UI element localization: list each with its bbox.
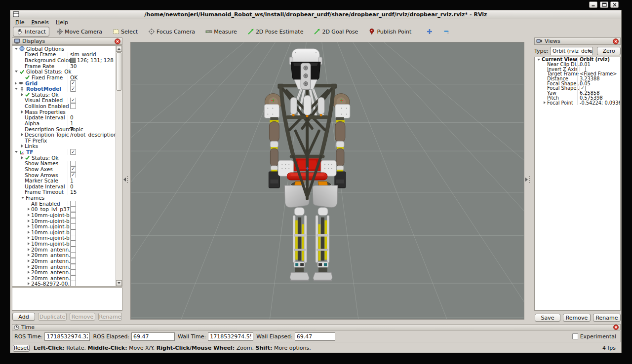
tree-row-background-color[interactable]: Background Color126; 131; 128 <box>12 57 116 63</box>
expander-closed-icon[interactable] <box>28 242 30 245</box>
checkbox[interactable] <box>70 103 76 109</box>
tree-row-fixed-frame[interactable]: Fixed Framesim_world <box>12 52 116 58</box>
checkbox[interactable] <box>70 80 76 86</box>
add-button[interactable]: Add <box>12 313 35 321</box>
time-panel-header[interactable]: Time <box>12 324 621 330</box>
remove-button[interactable]: Remove <box>70 313 95 321</box>
checkbox[interactable] <box>70 166 76 172</box>
checkbox[interactable] <box>70 235 76 241</box>
experimental-checkbox[interactable] <box>572 333 578 339</box>
checkbox[interactable] <box>70 149 76 155</box>
checkbox[interactable] <box>70 258 76 264</box>
scroll-up-icon[interactable] <box>116 46 122 52</box>
menu-panels[interactable]: Panels <box>28 19 52 26</box>
tool-2d-goal-pose[interactable]: 2D Goal Pose <box>310 27 361 36</box>
expander-closed-icon[interactable] <box>28 282 30 285</box>
expander-closed-icon[interactable] <box>28 248 30 251</box>
tree-row-245-82972-00[interactable]: 245-82972-00... <box>12 281 116 287</box>
expander-closed-icon[interactable] <box>21 93 23 96</box>
expander-closed-icon[interactable] <box>28 214 30 217</box>
tree-row-20mm-antenn[interactable]: 20mm_antenn... <box>12 247 116 253</box>
tool-publish-point[interactable]: Publish Point <box>365 27 415 36</box>
checkbox[interactable] <box>70 241 76 247</box>
checkbox[interactable] <box>70 86 76 92</box>
tree-row-00-top-lvl-p37[interactable]: 00_top_lvl_p37... <box>12 207 116 213</box>
tree-row-10mm-ujoint-b[interactable]: 10mm-ujoint-b... <box>12 229 116 235</box>
ros-elapsed-input[interactable] <box>131 332 175 341</box>
checkbox[interactable] <box>70 98 76 104</box>
expander-open-icon[interactable] <box>15 48 18 50</box>
tree-row-all-enabled[interactable]: All Enabled <box>12 201 116 207</box>
remove-button[interactable]: Remove <box>563 314 591 322</box>
experimental-toggle[interactable]: Experimental <box>572 331 616 342</box>
expander-open-icon[interactable] <box>15 151 18 153</box>
expander-closed-icon[interactable] <box>21 145 23 147</box>
views-close-icon[interactable] <box>613 38 619 44</box>
tool-focus-camera[interactable]: Focus Camera <box>145 27 198 36</box>
rename-button[interactable]: Rename <box>593 314 621 322</box>
expander-open-icon[interactable] <box>15 71 18 73</box>
tree-row-20mm-antenn[interactable]: 20mm_antenn... <box>12 264 116 270</box>
expander-open-icon[interactable] <box>537 59 540 61</box>
displays-panel-header[interactable]: Displays <box>12 37 122 45</box>
tree-row-20mm-antenn[interactable]: 20mm_antenn... <box>12 275 116 281</box>
tree-row-tf-prefix[interactable]: TF Prefix <box>12 138 116 144</box>
expander-closed-icon[interactable] <box>28 208 30 211</box>
expander-closed-icon[interactable] <box>21 133 23 136</box>
tree-row-10mm-ujoint-b[interactable]: 10mm-ujoint-b... <box>12 218 116 224</box>
tool-2d-pose-estimate[interactable]: 2D Pose Estimate <box>244 27 307 36</box>
3d-viewport[interactable] <box>130 42 524 320</box>
checkbox[interactable] <box>70 207 76 213</box>
displays-close-icon[interactable] <box>115 38 120 44</box>
displays-scrollbar[interactable] <box>116 46 122 286</box>
expander-closed-icon[interactable] <box>21 110 23 113</box>
expander-closed-icon[interactable] <box>28 219 30 222</box>
tree-row-global-options[interactable]: Global Options <box>12 46 116 52</box>
tree-row-robotmodel[interactable]: RobotModel <box>12 86 116 92</box>
tree-row-show-names[interactable]: Show Names <box>12 161 116 167</box>
tree-row-current-view[interactable]: Current ViewOrbit (rviz) <box>535 57 620 62</box>
tree-row-collision-enabled[interactable]: Collision Enabled <box>12 103 116 109</box>
expander-open-icon[interactable] <box>15 88 18 90</box>
tree-row-show-arrows[interactable]: Show Arrows <box>12 172 116 178</box>
tree-row-focal-shape[interactable]: Focal Shape... <box>535 86 620 91</box>
checkbox[interactable] <box>70 281 76 287</box>
expander-closed-icon[interactable] <box>28 236 30 239</box>
expander-closed-icon[interactable] <box>28 231 30 234</box>
checkbox[interactable] <box>70 223 76 229</box>
tool-select[interactable]: Select <box>109 27 141 36</box>
tree-row-frame-timeout[interactable]: Frame Timeout15 <box>12 189 116 195</box>
tree-row-10mm-ujoint-b[interactable]: 10mm-ujoint-b... <box>12 212 116 218</box>
tree-row-update-interval[interactable]: Update Interval0 <box>12 115 116 121</box>
tree-row-20mm-antenn[interactable]: 20mm_antenn... <box>12 269 116 275</box>
checkbox[interactable] <box>70 172 76 178</box>
expander-closed-icon[interactable] <box>28 265 30 268</box>
checkbox[interactable] <box>70 212 76 218</box>
tree-row-10mm-ujoint-b[interactable]: 10mm-ujoint-b... <box>12 223 116 229</box>
tool-move-camera[interactable]: Move Camera <box>53 27 106 36</box>
wall-time-input[interactable] <box>208 332 253 341</box>
expander-closed-icon[interactable] <box>28 254 30 256</box>
wall-elapsed-input[interactable] <box>295 332 335 341</box>
right-splitter-handle[interactable] <box>525 174 530 185</box>
checkbox[interactable] <box>70 201 76 207</box>
checkbox[interactable] <box>580 86 586 91</box>
maximize-button[interactable] <box>600 1 608 8</box>
tree-row-show-axes[interactable]: Show Axes <box>12 166 116 172</box>
tree-row-invert-z-axis[interactable]: Invert Z Axis <box>535 67 620 72</box>
checkbox[interactable] <box>70 161 76 167</box>
tool-measure[interactable]: Measure <box>202 27 240 36</box>
tree-row-tf[interactable]: TF <box>12 149 116 155</box>
tree-row-alpha[interactable]: Alpha1 <box>12 120 116 126</box>
tree-row-target-frame[interactable]: Target Frame<Fixed Frame> <box>535 72 620 76</box>
menu-file[interactable]: File <box>12 19 28 26</box>
duplicate-button[interactable]: Duplicate <box>38 313 67 321</box>
add-tool-button[interactable] <box>424 27 435 36</box>
ros-time-input[interactable] <box>44 332 90 341</box>
reset-button[interactable]: Reset <box>13 345 30 352</box>
checkbox[interactable] <box>70 275 76 281</box>
scroll-down-icon[interactable] <box>116 280 122 286</box>
expander-closed-icon[interactable] <box>21 156 23 159</box>
tool-interact[interactable]: Interact <box>13 27 49 36</box>
left-splitter-handle[interactable] <box>123 174 128 185</box>
